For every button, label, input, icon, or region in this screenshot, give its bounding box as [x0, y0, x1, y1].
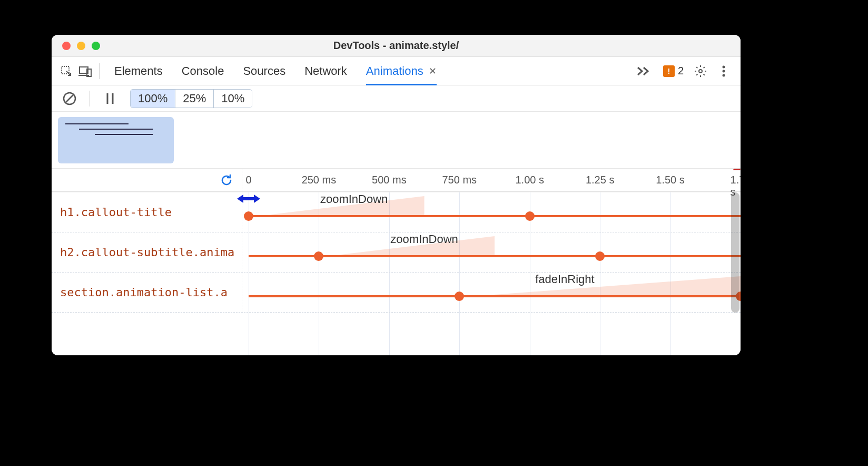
- animation-group-thumbnail[interactable]: [58, 117, 174, 163]
- animation-name-label: zoomInDown: [320, 192, 388, 206]
- tab-animations-label: Animations: [366, 64, 423, 78]
- keyframe-handle[interactable]: [525, 211, 535, 221]
- thumb-track-icon: [65, 123, 129, 124]
- svg-point-6: [723, 70, 725, 72]
- zoom-window-button[interactable]: [92, 42, 100, 50]
- thumb-track-icon: [95, 134, 153, 135]
- ruler-tick: 500 ms: [372, 174, 407, 186]
- track-selector-label[interactable]: section.animation-list.a: [52, 273, 242, 312]
- track-selector-label[interactable]: h2.callout-subtitle.anima: [52, 232, 242, 272]
- minimize-window-button[interactable]: [77, 42, 85, 50]
- clear-animations-button[interactable]: [60, 89, 79, 108]
- more-tabs-button[interactable]: [637, 66, 650, 76]
- replay-button[interactable]: [219, 172, 234, 188]
- svg-point-7: [723, 74, 725, 76]
- tab-elements[interactable]: Elements: [114, 57, 163, 85]
- track-timeline[interactable]: fadeInRight: [242, 273, 741, 312]
- tracks-container: h1.callout-titlezoomInDownh2.callout-sub…: [52, 192, 741, 355]
- ruler-tick: 1.50 s: [656, 174, 684, 186]
- traffic-lights: [62, 42, 100, 50]
- toolbar-divider: [99, 63, 100, 79]
- close-tab-button[interactable]: ✕: [429, 65, 437, 77]
- animation-bar[interactable]: [249, 215, 741, 217]
- svg-line-9: [65, 94, 74, 103]
- close-window-button[interactable]: [62, 42, 71, 50]
- playback-rate-group: 100% 25% 10%: [130, 89, 252, 108]
- track-timeline[interactable]: zoomInDown: [242, 232, 741, 272]
- settings-button[interactable]: [692, 63, 709, 80]
- animation-details-panel: 0250 ms500 ms750 ms1.00 s1.25 s1.50 s1.7…: [52, 169, 741, 355]
- ruler-tick: 0: [245, 174, 251, 186]
- devtools-tabstrip: Elements Console Sources Network Animati…: [52, 57, 741, 85]
- speed-25-button[interactable]: 25%: [175, 90, 214, 108]
- ruler-tick: 250 ms: [302, 174, 337, 186]
- keyframe-handle[interactable]: [455, 292, 464, 301]
- track-row: section.animation-list.afadeInRight: [52, 273, 741, 313]
- ruler-tick: 750 ms: [442, 174, 477, 186]
- issues-warning-icon: !: [663, 65, 675, 77]
- thumb-track-icon: [79, 129, 153, 130]
- vertical-scrollbar-thumb[interactable]: [731, 192, 739, 313]
- animation-groups-strip: [52, 112, 741, 169]
- inspect-element-button[interactable]: [57, 62, 76, 81]
- animation-name-label: fadeInRight: [535, 273, 595, 286]
- track-selector-label[interactable]: h1.callout-title: [52, 192, 242, 232]
- window-title: DevTools - animate.style/: [52, 40, 741, 52]
- window-titlebar: DevTools - animate.style/: [52, 35, 741, 57]
- animations-toolbar: 100% 25% 10%: [52, 85, 741, 112]
- pause-button[interactable]: [101, 89, 120, 108]
- issues-count: 2: [678, 65, 684, 77]
- easing-curve: [459, 276, 741, 297]
- more-options-button[interactable]: [715, 63, 732, 80]
- ruler-tick: 1.25 s: [586, 174, 614, 186]
- devtools-window: DevTools - animate.style/ Elements Conso…: [52, 35, 741, 355]
- svg-point-5: [723, 65, 725, 68]
- ruler-tick: 1.00 s: [515, 174, 544, 186]
- device-toolbar-button[interactable]: [76, 62, 95, 81]
- keyframe-handle[interactable]: [244, 211, 253, 221]
- tab-animations[interactable]: Animations ✕: [366, 57, 437, 85]
- speed-10-button[interactable]: 10%: [214, 90, 252, 108]
- scrubber-handle[interactable]: [237, 192, 260, 205]
- track-row: h2.callout-subtitle.animazoomInDown: [52, 232, 741, 273]
- tab-network[interactable]: Network: [304, 57, 347, 85]
- tab-sources[interactable]: Sources: [243, 57, 285, 85]
- toolbar-divider: [90, 91, 90, 106]
- track-timeline[interactable]: zoomInDown: [242, 192, 741, 232]
- track-row: h1.callout-titlezoomInDown: [52, 192, 741, 232]
- animation-bar[interactable]: [249, 295, 741, 297]
- tab-console[interactable]: Console: [182, 57, 224, 85]
- ruler-row: 0250 ms500 ms750 ms1.00 s1.25 s1.50 s1.7…: [52, 169, 741, 192]
- keyframe-handle[interactable]: [595, 251, 605, 261]
- ruler[interactable]: 0250 ms500 ms750 ms1.00 s1.25 s1.50 s1.7…: [242, 169, 741, 191]
- issues-button[interactable]: ! 2: [663, 65, 684, 77]
- svg-point-4: [699, 70, 702, 73]
- animation-name-label: zoomInDown: [390, 232, 458, 246]
- ruler-left-spacer: [52, 169, 242, 191]
- keyframe-handle[interactable]: [314, 251, 323, 261]
- speed-100-button[interactable]: 100%: [131, 90, 175, 108]
- panel-tabs: Elements Console Sources Network Animati…: [114, 57, 629, 85]
